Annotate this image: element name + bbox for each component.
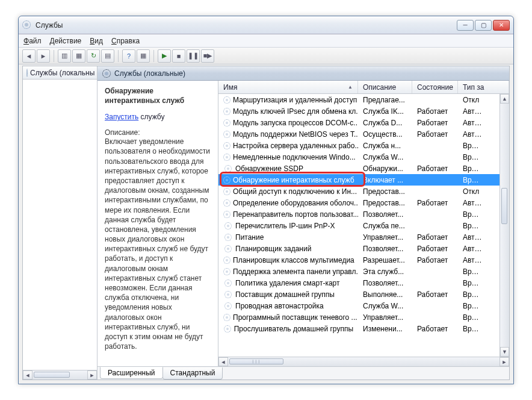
content-header-label: Службы (локальные)	[114, 69, 185, 78]
scroll-left-button[interactable]: ◄	[218, 357, 228, 366]
service-row[interactable]: Настройка сервера удаленных рабо...Служб…	[218, 140, 509, 151]
service-type: Вручн	[458, 153, 487, 161]
menu-help[interactable]: Справка	[111, 37, 140, 45]
start-service-button[interactable]: ▶	[158, 49, 171, 63]
service-name: Проводная автонастройка	[235, 302, 324, 310]
maximize-button[interactable]: ▢	[475, 20, 492, 31]
tree-root[interactable]: Службы (локальны	[23, 66, 97, 80]
service-name: Планировщик заданий	[235, 245, 311, 253]
refresh-button[interactable]: ↻	[87, 49, 100, 63]
col-description[interactable]: Описание	[358, 81, 412, 93]
help-button[interactable]: ?	[122, 49, 135, 63]
service-desc: Изменени...	[358, 325, 412, 333]
col-name-label: Имя	[223, 83, 237, 92]
service-row[interactable]: Немедленные подключения Windo...Служба W…	[218, 151, 509, 163]
scroll-down-button[interactable]: ▼	[500, 347, 509, 357]
titlebar[interactable]: Службы ─ ▢ ✕	[19, 16, 513, 34]
properties-button[interactable]: ▦	[72, 49, 85, 63]
service-name: Немедленные подключения Windo...	[233, 153, 356, 161]
service-type: Вручн	[458, 222, 487, 230]
restart-service-button[interactable]: ■▶	[201, 49, 214, 63]
show-hide-tree-button[interactable]: ▥	[58, 49, 71, 63]
service-row[interactable]: Программный поставщик теневого ...Управл…	[218, 311, 509, 323]
tab-extended[interactable]: Расширенный	[100, 367, 163, 379]
scroll-thumb[interactable]	[501, 188, 507, 224]
service-type: Вручн	[458, 164, 487, 173]
service-state: Работает	[412, 130, 458, 139]
service-row[interactable]: Поставщик домашней группыВыполняе...Рабо…	[218, 289, 509, 300]
service-row[interactable]: ПитаниеУправляет...РаботаетАвтом	[218, 231, 509, 243]
service-state: Работает	[412, 199, 458, 207]
scroll-track[interactable]	[500, 104, 509, 347]
menu-view[interactable]: Вид	[90, 37, 103, 45]
tree-hscroll[interactable]: ◄ ►	[23, 370, 97, 380]
view-tabs: Расширенный Стандартный	[97, 366, 509, 380]
toolbar-separator	[118, 50, 119, 62]
col-type[interactable]: Тип за	[458, 81, 509, 93]
service-row[interactable]: Маршрутизация и удаленный доступПредлага…	[218, 94, 509, 105]
service-row[interactable]: Планировщик заданийПозволяет...РаботаетА…	[218, 243, 509, 254]
gear-icon	[102, 69, 111, 78]
close-button[interactable]: ✕	[493, 20, 510, 31]
service-row[interactable]: Модуль поддержки NetBIOS через T...Осуще…	[218, 128, 509, 140]
back-button[interactable]: ◄	[22, 49, 36, 63]
description-label: Описание:	[105, 128, 211, 137]
window-title: Службы	[36, 21, 457, 30]
service-name: Перенаправитель портов пользоват...	[233, 210, 358, 219]
gear-icon	[223, 280, 233, 287]
service-row[interactable]: Определение оборудования оболоч...Предос…	[218, 197, 509, 208]
scroll-up-button[interactable]: ▲	[500, 94, 509, 104]
menu-action[interactable]: Действие	[50, 37, 82, 45]
service-row[interactable]: Модуль ключей IPsec для обмена кл...Служ…	[218, 105, 509, 117]
show-hide-action-button[interactable]: ▦	[137, 49, 150, 63]
service-row[interactable]: Проводная автонастройкаСлужба W...Вручн	[218, 300, 509, 311]
scroll-thumb[interactable]: ⁞⁞⁞	[229, 358, 283, 364]
service-type: Вручн	[458, 142, 487, 150]
service-name: Программный поставщик теневого ...	[233, 313, 357, 322]
start-link[interactable]: Запустить	[105, 113, 138, 121]
service-row[interactable]: Модуль запуска процессов DCOM-с...Служба…	[218, 117, 509, 128]
service-row[interactable]: Планировщик классов мультимедиаРазрешает…	[218, 254, 509, 266]
service-row[interactable]: Перечислитель IP-шин PnP-XСлужба пе...Вр…	[218, 220, 509, 231]
service-name: Перечислитель IP-шин PnP-X	[235, 222, 335, 230]
gear-icon	[223, 291, 233, 298]
tree-pane: Службы (локальны ◄ ►	[23, 66, 97, 380]
service-name: Модуль запуска процессов DCOM-с...	[233, 119, 358, 127]
scroll-thumb[interactable]	[34, 372, 70, 378]
service-row[interactable]: Прослушиватель домашней группыИзменени..…	[218, 323, 509, 334]
list-hscroll[interactable]: ◄ ⁞⁞⁞ ►	[218, 357, 509, 366]
service-desc: Включает ...	[358, 176, 412, 184]
minimize-button[interactable]: ─	[457, 20, 474, 31]
scroll-right-button[interactable]: ►	[500, 357, 509, 366]
col-name[interactable]: Имя▲	[218, 81, 358, 93]
export-list-button[interactable]: ▤	[101, 49, 114, 63]
service-row[interactable]: Обнаружение SSDPОбнаружи...РаботаетВручн	[218, 163, 509, 174]
scroll-left-button[interactable]: ◄	[23, 370, 32, 380]
gear-icon	[223, 222, 233, 230]
service-row[interactable]: Перенаправитель портов пользоват...Позво…	[218, 208, 509, 220]
service-type: Вручн	[458, 210, 487, 219]
start-service-line: Запустить службу	[105, 113, 211, 121]
gear-icon	[223, 234, 233, 241]
stop-service-button[interactable]: ■	[172, 49, 185, 63]
service-row[interactable]: Общий доступ к подключению к Ин...Предос…	[218, 186, 509, 197]
service-row[interactable]: Поддержка элемента панели управл...Эта с…	[218, 266, 509, 277]
menu-file[interactable]: Файл	[23, 37, 42, 45]
forward-button[interactable]: ►	[37, 49, 50, 63]
pause-service-button[interactable]: ❚❚	[187, 49, 200, 63]
gear-icon	[223, 188, 230, 195]
scroll-track[interactable]: ⁞⁞⁞	[228, 357, 500, 366]
service-desc: Управляет...	[358, 233, 412, 242]
service-state: Работает	[412, 245, 458, 253]
tab-standard[interactable]: Стандартный	[162, 367, 223, 380]
scroll-track[interactable]	[32, 370, 87, 380]
service-row[interactable]: Обнаружение интерактивных службВключает …	[218, 174, 509, 186]
service-row[interactable]: Политика удаления смарт-картПозволяет...…	[218, 277, 509, 289]
gear-icon	[223, 199, 230, 207]
col-state[interactable]: Состояние	[412, 81, 458, 93]
list-vscroll[interactable]: ▲ ▼	[500, 94, 509, 357]
scroll-right-button[interactable]: ►	[87, 370, 97, 380]
column-headers: Имя▲ Описание Состояние Тип за	[218, 81, 509, 94]
service-type: Вручн	[458, 313, 487, 322]
gear-icon	[223, 119, 230, 127]
